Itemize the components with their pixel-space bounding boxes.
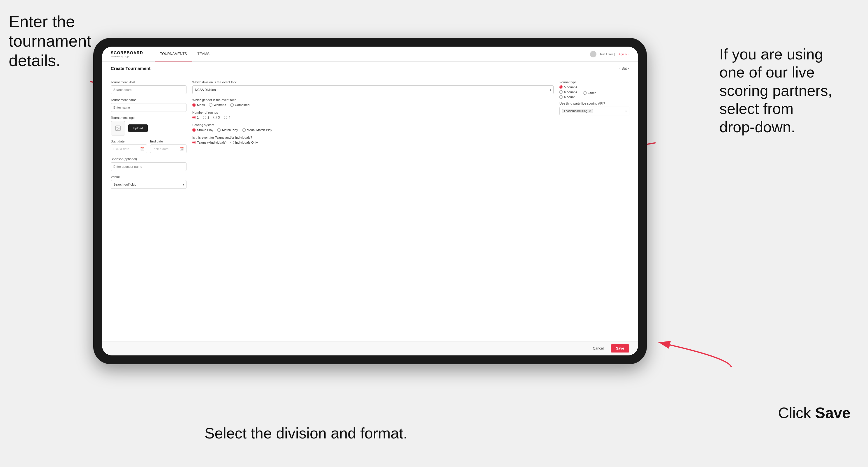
start-date-placeholder: Pick a date <box>113 147 129 151</box>
tournament-logo-group: Tournament logo Upload <box>111 116 186 135</box>
rounds-3[interactable]: 3 <box>213 116 220 119</box>
nav-logo: SCOREBOARD Powered by clippt <box>111 51 143 58</box>
sponsor-input[interactable] <box>111 162 186 171</box>
nav-logo-sub: Powered by clippt <box>111 55 143 58</box>
save-button[interactable]: Save <box>611 344 629 352</box>
event-teams-label: Teams (+Individuals) <box>197 141 226 144</box>
end-date-label: End date <box>150 139 186 143</box>
format-other[interactable]: Other <box>583 91 596 95</box>
gender-mens[interactable]: Mens <box>192 103 205 106</box>
venue-group: Venue Search golf club <box>111 175 186 189</box>
nav-right: Test User | Sign out <box>590 51 629 57</box>
venue-label: Venue <box>111 175 186 179</box>
format-6count4-label: 6 count 4 <box>564 90 577 94</box>
end-date-group: End date Pick a date 📅 <box>150 139 186 153</box>
page-title: Create Tournament <box>111 66 150 71</box>
rounds-1[interactable]: 1 <box>192 116 199 119</box>
form-area: Tournament Host Tournament name Tourname… <box>102 75 638 198</box>
rounds-2-label: 2 <box>208 116 209 119</box>
division-group: Which division is the event for? NCAA Di… <box>192 81 554 94</box>
format-other-label: Other <box>588 91 596 95</box>
scoring-medal-match-label: Medal Match Play <box>247 128 272 132</box>
format-6count4[interactable]: 6 count 4 <box>559 90 577 94</box>
form-col-right: Format type 5 count 4 6 count 4 <box>559 81 629 193</box>
venue-select-wrapper: Search golf club <box>111 180 186 189</box>
navbar: SCOREBOARD Powered by clippt TOURNAMENTS… <box>102 46 638 62</box>
live-scoring-value: Leaderboard King <box>564 110 587 113</box>
cancel-button[interactable]: Cancel <box>589 345 608 352</box>
format-5count4-label: 5 count 4 <box>564 85 577 89</box>
rounds-radio-group: 1 2 3 4 <box>192 116 554 119</box>
tournament-name-label: Tournament name <box>111 98 186 102</box>
event-individuals[interactable]: Individuals Only <box>230 141 258 144</box>
end-date-placeholder: Pick a date <box>153 147 168 151</box>
end-date-input[interactable]: Pick a date 📅 <box>150 145 186 153</box>
division-label: Which division is the event for? <box>192 81 554 84</box>
live-scoring-clear-icon[interactable]: ✕ <box>589 110 591 113</box>
scoring-group: Scoring system Stroke Play Match Play <box>192 123 554 132</box>
nav-tab-tournaments[interactable]: TOURNAMENTS <box>155 46 192 61</box>
gender-womens-label: Womens <box>214 103 226 106</box>
start-date-group: Start date Pick a date 📅 <box>111 139 147 153</box>
footer-bar: Cancel Save <box>102 341 638 355</box>
scoring-match[interactable]: Match Play <box>217 128 238 132</box>
scoring-label: Scoring system <box>192 123 554 127</box>
form-col-left: Tournament Host Tournament name Tourname… <box>111 81 186 193</box>
image-icon <box>115 125 121 131</box>
event-teams[interactable]: Teams (+Individuals) <box>192 141 226 144</box>
format-type-label: Format type <box>559 81 629 84</box>
calendar-icon-start: 📅 <box>140 147 145 151</box>
division-select-wrapper: NCAA Division I <box>192 85 554 94</box>
live-scoring-chevron: ▾ <box>625 110 627 113</box>
logo-upload-area: Upload <box>111 121 186 135</box>
rounds-2[interactable]: 2 <box>203 116 209 119</box>
event-type-group: Is this event for Teams and/or Individua… <box>192 136 554 144</box>
rounds-4[interactable]: 4 <box>224 116 230 119</box>
upload-button[interactable]: Upload <box>128 124 148 132</box>
live-scoring-label: Use third-party live scoring API? <box>559 102 629 105</box>
tablet-screen: SCOREBOARD Powered by clippt TOURNAMENTS… <box>102 46 638 355</box>
tournament-name-input[interactable] <box>111 103 186 112</box>
back-button[interactable]: ‹ Back <box>619 66 629 70</box>
annotation-bottom-center: Select the division and format. <box>160 424 452 442</box>
start-date-label: Start date <box>111 139 147 143</box>
gender-combined[interactable]: Combined <box>230 103 249 106</box>
tournament-host-input[interactable] <box>111 85 186 94</box>
gender-radio-group: Mens Womens Combined <box>192 103 554 106</box>
event-type-label: Is this event for Teams and/or Individua… <box>192 136 554 139</box>
rounds-1-label: 1 <box>197 116 199 119</box>
annotation-click-prefix: Click <box>778 404 815 421</box>
logo-placeholder <box>111 121 125 135</box>
nav-tab-teams[interactable]: TEAMS <box>192 46 215 61</box>
scoring-radio-group: Stroke Play Match Play Medal Match Play <box>192 128 554 132</box>
start-date-input[interactable]: Pick a date 📅 <box>111 145 147 153</box>
rounds-4-label: 4 <box>228 116 230 119</box>
annotation-bottom-right: Click Save <box>778 404 850 422</box>
sponsor-group: Sponsor (optional) <box>111 157 186 171</box>
format-5count4[interactable]: 5 count 4 <box>559 85 577 89</box>
rounds-group: Number of rounds 1 2 <box>192 111 554 119</box>
format-6count5[interactable]: 6 count 5 <box>559 95 577 99</box>
gender-label: Which gender is the event for? <box>192 98 554 102</box>
nav-signout[interactable]: Sign out <box>618 53 629 56</box>
scoring-stroke-label: Stroke Play <box>197 128 213 132</box>
live-scoring-group: Use third-party live scoring API? Leader… <box>559 102 629 115</box>
scoring-medal-match[interactable]: Medal Match Play <box>242 128 272 132</box>
format-6count5-label: 6 count 5 <box>564 95 577 99</box>
nav-logo-title: SCOREBOARD <box>111 51 143 55</box>
format-row: 5 count 4 6 count 4 6 count 5 <box>559 85 629 99</box>
venue-select[interactable]: Search golf club <box>111 180 186 189</box>
tablet-frame: SCOREBOARD Powered by clippt TOURNAMENTS… <box>93 38 647 364</box>
event-type-radio-group: Teams (+Individuals) Individuals Only <box>192 141 554 144</box>
live-scoring-input[interactable]: Leaderboard King ✕ ▾ <box>559 106 629 115</box>
nav-tabs: TOURNAMENTS TEAMS <box>155 46 215 61</box>
gender-womens[interactable]: Womens <box>209 103 226 106</box>
date-row: Start date Pick a date 📅 End date Pick a… <box>111 139 186 153</box>
tournament-host-group: Tournament Host <box>111 81 186 94</box>
annotation-save-bold: Save <box>815 404 850 421</box>
scoring-stroke[interactable]: Stroke Play <box>192 128 213 132</box>
create-tournament-header: Create Tournament ‹ Back <box>102 62 638 75</box>
division-select[interactable]: NCAA Division I <box>192 85 554 94</box>
tournament-host-label: Tournament Host <box>111 81 186 84</box>
live-scoring-tag: Leaderboard King ✕ <box>562 109 593 113</box>
